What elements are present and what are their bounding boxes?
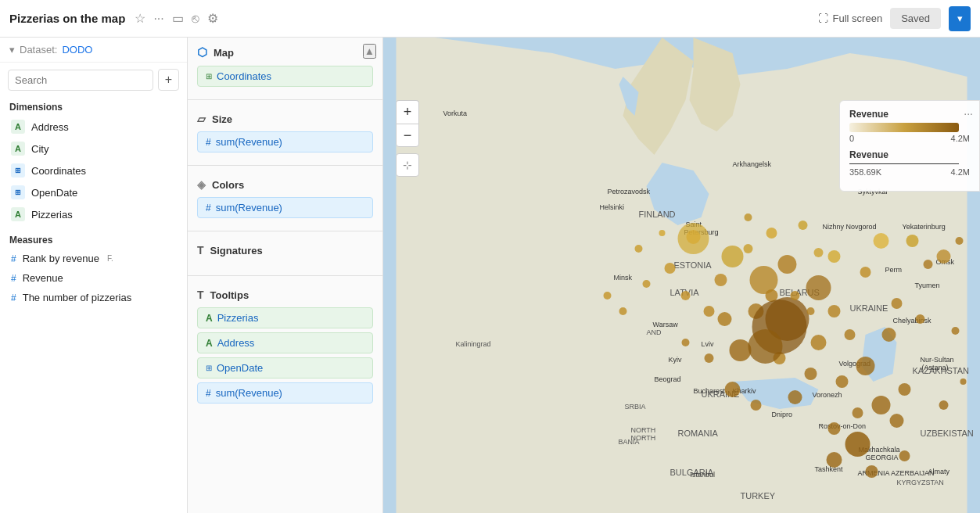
svg-point-88 bbox=[751, 400, 762, 411]
tooltip-sum-revenue-pill[interactable]: # sum(Revenue) bbox=[197, 382, 373, 404]
sidebar-item-opendate[interactable]: ⊞ OpenDate bbox=[0, 181, 187, 203]
svg-point-104 bbox=[718, 312, 732, 326]
svg-point-110 bbox=[814, 248, 824, 257]
sidebar-item-address[interactable]: A Address bbox=[0, 116, 187, 138]
dataset-name[interactable]: DODO bbox=[62, 44, 92, 56]
tooltip-address-pill[interactable]: A Address bbox=[197, 332, 373, 353]
sidebar-item-revenue[interactable]: # Revenue bbox=[0, 268, 187, 288]
opendate-type-icon: ⊞ bbox=[11, 185, 25, 199]
colors-section: ◈ Colors # sum(Revenue) bbox=[188, 170, 382, 226]
svg-point-60 bbox=[924, 260, 933, 269]
opendate-label: OpenDate bbox=[31, 187, 77, 199]
fullscreen-button[interactable]: ⛶ Full screen bbox=[818, 13, 883, 24]
svg-point-81 bbox=[665, 263, 676, 274]
legend-color-title: Revenue bbox=[849, 109, 970, 120]
header-right: ⛶ Full screen Saved ▾ bbox=[818, 6, 971, 31]
svg-point-100 bbox=[899, 450, 910, 461]
tooltip-address-icon: A bbox=[206, 338, 213, 349]
svg-point-87 bbox=[725, 382, 741, 397]
size-section-header: ▱ Size bbox=[197, 113, 373, 125]
document-icon[interactable]: ▭ bbox=[172, 11, 184, 26]
legend-color-gradient bbox=[849, 123, 959, 132]
sidebar-item-city[interactable]: A City bbox=[0, 138, 187, 160]
legend-size-range: 358.69K 4.2M bbox=[849, 167, 970, 177]
settings-icon[interactable]: ⚙ bbox=[207, 11, 218, 26]
more-icon[interactable]: ··· bbox=[153, 12, 163, 26]
measure-hash-icon: # bbox=[11, 253, 16, 264]
sidebar-item-number-of-pizzerias[interactable]: # The number of pizzerias bbox=[0, 288, 187, 307]
legend: ··· Revenue 0 4.2M Revenue 358.69K 4.2M bbox=[839, 100, 980, 192]
add-dimension-button[interactable]: + bbox=[158, 69, 179, 91]
tooltips-section: T Tooltips A Pizzerias A Address ⊞ OpenD… bbox=[188, 281, 382, 411]
share-icon[interactable]: ⎋ bbox=[192, 12, 199, 26]
dataset-row: ▾ Dataset: DODO bbox=[0, 38, 187, 63]
search-input[interactable] bbox=[8, 70, 153, 91]
search-row: + bbox=[0, 63, 187, 97]
zoom-out-button[interactable]: − bbox=[396, 124, 419, 147]
svg-text:Istanbul: Istanbul bbox=[691, 471, 716, 479]
map-icon: ⬡ bbox=[197, 45, 207, 59]
pan-button[interactable]: ⊹ bbox=[396, 153, 419, 177]
coordinates-type-icon: ⊞ bbox=[11, 163, 25, 178]
svg-point-114 bbox=[952, 327, 960, 335]
svg-text:Tyumen: Tyumen bbox=[915, 282, 940, 289]
svg-point-59 bbox=[906, 235, 919, 247]
tooltip-opendate-pill[interactable]: ⊞ OpenDate bbox=[197, 357, 373, 378]
svg-text:Voronezh: Voronezh bbox=[813, 391, 842, 399]
svg-point-95 bbox=[939, 400, 949, 410]
svg-point-79 bbox=[704, 306, 715, 317]
svg-text:SRBIA: SRBIA bbox=[625, 403, 646, 411]
svg-point-115 bbox=[960, 378, 967, 385]
address-type-icon: A bbox=[11, 120, 25, 134]
fullscreen-icon: ⛶ bbox=[818, 13, 828, 24]
coordinates-label: Coordinates bbox=[31, 165, 86, 177]
number-of-pizzerias-label: The number of pizzerias bbox=[23, 292, 131, 303]
zoom-in-button[interactable]: + bbox=[396, 100, 419, 124]
svg-text:Kyiv: Kyiv bbox=[669, 356, 683, 364]
dropdown-button[interactable]: ▾ bbox=[949, 6, 971, 31]
saved-button[interactable]: Saved bbox=[890, 8, 941, 29]
measure-hash-icon-3: # bbox=[11, 292, 16, 303]
colors-section-header: ◈ Colors bbox=[197, 178, 373, 191]
svg-point-109 bbox=[687, 230, 701, 244]
svg-point-85 bbox=[604, 292, 612, 300]
svg-text:UKRAINE: UKRAINE bbox=[850, 303, 888, 313]
svg-text:TURKEY: TURKEY bbox=[741, 491, 776, 500]
coordinates-pill[interactable]: ⊞ Coordinates bbox=[197, 66, 373, 87]
chevron-down-icon: ▾ bbox=[957, 13, 963, 24]
svg-point-77 bbox=[744, 244, 753, 253]
svg-point-74 bbox=[882, 328, 896, 342]
colors-pill[interactable]: # sum(Revenue) bbox=[197, 197, 373, 218]
tooltip-pizzerias-pill[interactable]: A Pizzerias bbox=[197, 307, 373, 328]
size-pill[interactable]: # sum(Revenue) bbox=[197, 131, 373, 152]
svg-text:Bucharest: Bucharest bbox=[694, 387, 726, 395]
dataset-label: Dataset: bbox=[20, 44, 57, 56]
revenue-label: Revenue bbox=[23, 272, 63, 284]
signatures-icon: T bbox=[197, 244, 204, 256]
map-area[interactable]: FINLAND ESTONIA LATVIA UKRAINE BELARUS K… bbox=[383, 38, 980, 513]
scroll-up-button[interactable]: ▲ bbox=[363, 44, 376, 59]
svg-point-99 bbox=[866, 465, 878, 478]
svg-point-76 bbox=[916, 314, 925, 324]
svg-point-64 bbox=[799, 221, 808, 230]
signatures-section: T Signatures bbox=[188, 236, 382, 271]
sidebar-item-pizzerias[interactable]: A Pizzerias bbox=[0, 203, 187, 225]
tooltips-section-header: T Tooltips bbox=[197, 289, 373, 301]
svg-point-98 bbox=[827, 452, 842, 468]
sidebar-item-coordinates[interactable]: ⊞ Coordinates bbox=[0, 160, 187, 181]
svg-text:Nur-Sultan: Nur-Sultan bbox=[921, 356, 954, 364]
legend-more-icon[interactable]: ··· bbox=[964, 107, 973, 120]
svg-point-80 bbox=[681, 291, 691, 300]
measures-label: Measures bbox=[0, 230, 187, 249]
chevron-down-icon[interactable]: ▾ bbox=[9, 44, 15, 56]
svg-text:ROMANIA: ROMANIA bbox=[678, 429, 719, 438]
svg-text:Rostov-on-Don: Rostov-on-Don bbox=[819, 422, 867, 430]
size-pill-hash-icon: # bbox=[206, 137, 211, 148]
sidebar-item-rank-by-revenue[interactable]: # Rank by revenue F. bbox=[0, 249, 187, 268]
svg-point-62 bbox=[766, 228, 777, 239]
svg-point-61 bbox=[937, 249, 951, 264]
star-icon[interactable]: ☆ bbox=[135, 11, 145, 26]
svg-point-113 bbox=[956, 237, 964, 245]
svg-point-63 bbox=[745, 213, 752, 221]
size-section: ▱ Size # sum(Revenue) bbox=[188, 105, 382, 160]
